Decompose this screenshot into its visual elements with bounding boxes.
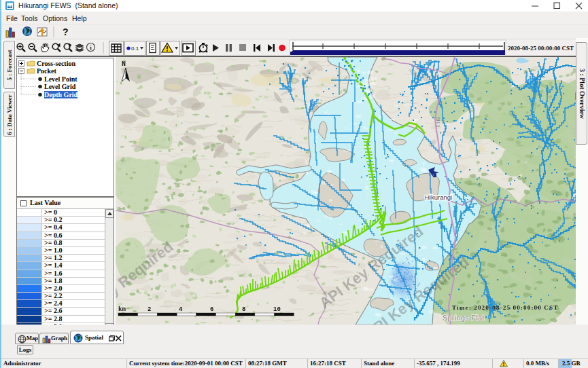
svg-text:4: 4	[179, 306, 183, 313]
svg-text:i: i	[90, 44, 92, 51]
svg-text:Time: 2020-08-25 00:00:00 CST: Time: 2020-08-25 00:00:00 CST	[452, 304, 559, 311]
svg-text:0.1: 0.1	[131, 45, 139, 52]
svg-text:6: 6	[210, 306, 213, 313]
svg-text:km: km	[118, 306, 126, 313]
svg-text:SH 1: SH 1	[436, 117, 440, 128]
svg-text:8: 8	[242, 306, 245, 313]
svg-text:10: 10	[273, 306, 281, 313]
svg-text:?: ?	[63, 26, 69, 37]
svg-text:2020-08-25 00:00:00 CST: 2020-08-25 00:00:00 CST	[508, 45, 574, 52]
svg-text:2: 2	[148, 306, 151, 313]
svg-text:Springs Flat: Springs Flat	[443, 314, 485, 322]
svg-text:Hikurangi: Hikurangi	[425, 194, 452, 201]
svg-text:N: N	[122, 60, 126, 68]
